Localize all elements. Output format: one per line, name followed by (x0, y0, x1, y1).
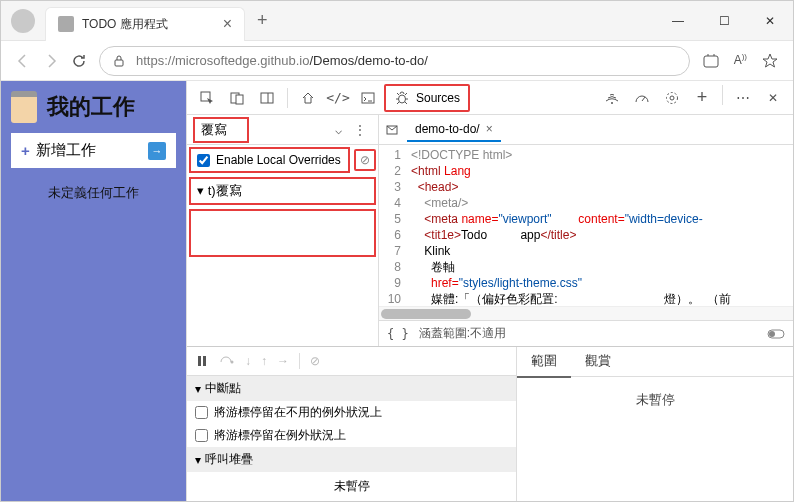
coverage-text: 涵蓋範圍:不適用 (419, 325, 506, 342)
forward-button[interactable] (43, 53, 59, 69)
tab-title: TODO 應用程式 (82, 16, 215, 33)
overrides-tree-item[interactable]: ▾ t)覆寫 (189, 177, 376, 205)
devtools: </> Sources + ⋯ ✕ 覆寫 ⌵ ⋮ (186, 81, 793, 501)
sources-tab[interactable]: Sources (384, 84, 470, 112)
read-aloud-icon[interactable]: A)) (734, 52, 747, 70)
svg-point-11 (670, 96, 674, 100)
profile-avatar[interactable] (11, 9, 35, 33)
coverage-toggle-icon[interactable] (767, 327, 785, 341)
svg-rect-17 (203, 356, 206, 366)
step-icon[interactable]: → (277, 354, 289, 368)
inspect-icon[interactable] (193, 85, 221, 111)
breakpoints-header[interactable]: ▾ 中斷點 (187, 376, 516, 401)
no-task-message: 未定義任何工作 (11, 184, 176, 202)
step-into-icon[interactable]: ↓ (245, 354, 251, 368)
panel-icon[interactable] (253, 85, 281, 111)
close-devtools-icon[interactable]: ✕ (759, 85, 787, 111)
performance-icon[interactable] (628, 85, 656, 111)
titlebar: TODO 應用程式 × + — ☐ ✕ (1, 1, 793, 41)
devtools-toolbar: </> Sources + ⋯ ✕ (187, 81, 793, 115)
console-icon[interactable] (354, 85, 382, 111)
navigator-panel: 覆寫 ⌵ ⋮ Enable Local Overrides ⊘ ▾ t)覆寫 (187, 115, 379, 346)
svg-point-18 (231, 361, 234, 364)
browser-tab[interactable]: TODO 應用程式 × (45, 7, 245, 41)
file-tab-close-icon[interactable]: × (486, 122, 493, 136)
pause-caught-checkbox[interactable]: 將游標停留在例外狀況上 (187, 424, 516, 447)
more-tabs-icon[interactable]: + (688, 85, 716, 111)
scope-not-paused: 未暫停 (517, 377, 793, 501)
app-title: 我的工作 (47, 92, 135, 122)
step-out-icon[interactable]: ↑ (261, 354, 267, 368)
svg-point-8 (399, 95, 406, 103)
svg-rect-16 (198, 356, 201, 366)
minimize-button[interactable]: — (655, 5, 701, 37)
editor-panel: demo-to-do/ × 12345678910 <!DOCTYPE html… (379, 115, 793, 346)
code-content: <!DOCTYPE html> <html Lang <head> <meta/… (407, 145, 793, 306)
braces-icon[interactable]: { } (387, 327, 409, 341)
plus-icon: + (21, 142, 30, 159)
tab-favicon (58, 16, 74, 32)
pause-icon[interactable] (195, 354, 209, 368)
callstack-not-paused: 未暫停 (187, 472, 516, 501)
enable-overrides-label: Enable Local Overrides (216, 153, 341, 167)
elements-icon[interactable]: </> (324, 85, 352, 111)
enable-overrides-input[interactable] (197, 154, 210, 167)
pause-uncaught-checkbox[interactable]: 將游標停留在不用的例外狀況上 (187, 401, 516, 424)
url-text: https://microsoftedge.github.io/Demos/de… (136, 53, 428, 68)
todo-app-panel: 我的工作 + 新增工作 → 未定義任何工作 (1, 81, 186, 501)
debug-controls: ↓ ↑ → ⊘ (187, 347, 516, 376)
svg-rect-4 (236, 95, 243, 104)
deactivate-breakpoints-icon[interactable]: ⊘ (310, 354, 320, 368)
step-over-icon[interactable] (219, 354, 235, 368)
favorite-icon[interactable] (761, 52, 779, 70)
coverage-bar: { } 涵蓋範圍:不適用 (379, 320, 793, 346)
callstack-header[interactable]: ▾ 呼叫堆疊 (187, 447, 516, 472)
tree-arrow-icon: ▾ (197, 183, 208, 198)
refresh-button[interactable] (71, 53, 87, 69)
scope-tabs: 範圍 觀賞 (517, 347, 793, 377)
lock-icon (112, 54, 126, 68)
overrides-dropdown[interactable]: 覆寫 (193, 117, 249, 143)
chevron-down-icon[interactable]: ⌵ (335, 123, 342, 137)
tab-close-icon[interactable]: × (223, 15, 232, 33)
scope-tab[interactable]: 範圍 (517, 346, 571, 378)
address-bar: https://microsoftedge.github.io/Demos/de… (1, 41, 793, 81)
more-icon[interactable]: ⋮ (348, 123, 372, 137)
more-menu-icon[interactable]: ⋯ (729, 85, 757, 111)
close-window-button[interactable]: ✕ (747, 5, 793, 37)
file-tab[interactable]: demo-to-do/ × (407, 118, 501, 142)
url-input[interactable]: https://microsoftedge.github.io/Demos/de… (99, 46, 690, 76)
svg-point-9 (611, 102, 613, 104)
settings-icon[interactable] (658, 85, 686, 111)
debugger-panel: ↓ ↑ → ⊘ ▾ 中斷點 將游標停留在不用的例外狀況上 將游標停留在例外狀況上… (187, 346, 793, 501)
file-nav-icon[interactable] (385, 123, 399, 137)
add-task-label: 新增工作 (36, 141, 96, 160)
enable-overrides-checkbox[interactable]: Enable Local Overrides (189, 147, 350, 173)
svg-rect-0 (115, 60, 123, 66)
clear-icon[interactable]: ⊘ (354, 149, 376, 171)
file-tab-label: demo-to-do/ (415, 122, 480, 136)
sources-label: Sources (416, 91, 460, 105)
welcome-icon[interactable] (294, 85, 322, 111)
new-tab-button[interactable]: + (245, 10, 280, 31)
device-icon[interactable] (223, 85, 251, 111)
network-icon[interactable] (598, 85, 626, 111)
back-button[interactable] (15, 53, 31, 69)
svg-point-15 (769, 331, 775, 337)
overrides-tree-empty (189, 209, 376, 257)
maximize-button[interactable]: ☐ (701, 5, 747, 37)
app-icon[interactable] (702, 52, 720, 70)
svg-rect-5 (261, 93, 273, 103)
code-editor[interactable]: 12345678910 <!DOCTYPE html> <html Lang <… (379, 145, 793, 306)
watch-tab[interactable]: 觀賞 (571, 346, 625, 378)
add-task-button[interactable]: + 新增工作 → (11, 133, 176, 168)
svg-rect-1 (704, 56, 718, 67)
submit-arrow-icon[interactable]: → (148, 142, 166, 160)
svg-point-12 (667, 92, 678, 103)
svg-line-10 (642, 97, 645, 101)
clipboard-icon (11, 91, 37, 123)
app-header: 我的工作 (11, 91, 176, 123)
horizontal-scrollbar[interactable] (379, 306, 793, 320)
line-gutter: 12345678910 (379, 145, 407, 306)
bug-icon (394, 90, 410, 106)
